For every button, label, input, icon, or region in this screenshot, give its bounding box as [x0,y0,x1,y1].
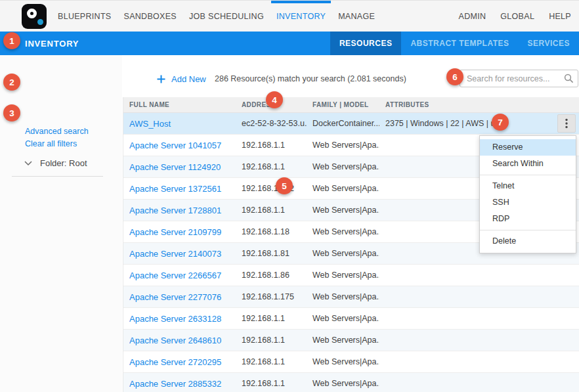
page-bar: INVENTORY RESOURCES ABSTRACT TEMPLATES S… [0,32,579,55]
row-context-menu: ReserveSearch WithinTelnetSSHRDPDelete [479,135,576,253]
result-count-text: 286 Resource(s) match your search (2.081… [215,74,406,83]
menu-item-telnet[interactable]: Telnet [480,178,576,194]
resource-address: ec2-52-8-32-53.u... [236,119,307,128]
column-header-family-model[interactable]: FAMILY | MODEL [307,97,379,112]
advanced-search-link[interactable]: Advanced search [25,127,89,136]
resource-address: 192.168.1.1 [236,379,307,388]
folder-root-toggle[interactable]: Folder: Root [24,158,87,168]
nav-item-admin[interactable]: ADMIN [459,1,486,32]
nav-item-sandboxes[interactable]: SANDBOXES [124,1,177,32]
resource-family-model: Web Servers|Apa... [307,184,379,193]
resource-name-link[interactable]: Apache Server 2648610 [123,336,236,345]
tab-services[interactable]: SERVICES [519,32,579,55]
clear-all-filters-link[interactable]: Clear all filters [25,139,77,148]
tab-resources[interactable]: RESOURCES [330,32,402,55]
resource-name-link[interactable]: Apache Server 2720295 [123,357,236,367]
table-row[interactable]: Apache Server 2720295 192.168.1.1 Web Se… [123,351,579,373]
resource-address: 192.168.1.81 [236,249,307,258]
page-title: INVENTORY [25,39,79,49]
callout-badge-3: 3 [3,104,20,121]
resource-name-link[interactable]: Apache Server 2277076 [123,292,236,302]
callout-badge-2: 2 [3,74,20,91]
filter-sidebar: Advanced search Clear all filters Folder… [0,55,122,392]
nav-item-manage[interactable]: MANAGE [338,1,375,32]
add-new-button[interactable]: Add New [157,71,206,87]
resource-address: 192.168.1.1 [236,336,307,345]
resource-family-model: Web Servers|Apa... [307,249,379,258]
menu-item-search-within[interactable]: Search Within [480,156,576,172]
resource-family-model: Web Servers|Apa... [307,162,379,171]
resource-name-link[interactable]: Apache Server 2140073 [123,249,236,259]
resource-family-model: Web Servers|Apa... [307,379,379,388]
menu-item-ssh[interactable]: SSH [480,194,576,211]
resource-name-link[interactable]: Apache Server 2885332 [123,379,236,389]
resource-family-model: Web Servers|Apa... [307,314,379,323]
row-menu-kebab-button-active[interactable] [557,114,576,133]
menu-divider [480,175,576,175]
resource-family-model: Web Servers|Apa... [307,292,379,301]
resource-family-model: Web Servers|Apa... [307,141,379,150]
table-row[interactable]: Apache Server 2266567 192.168.1.86 Web S… [123,265,579,286]
callout-badge-5: 5 [276,177,293,194]
nav-item-global[interactable]: GLOBAL [500,1,534,32]
column-header-status [492,97,579,112]
plus-icon [157,75,165,83]
sidebar-divider [12,176,103,177]
page-tabs: RESOURCES ABSTRACT TEMPLATES SERVICES [330,32,579,55]
column-header-attributes[interactable]: ATTRIBUTES [379,97,492,112]
resource-address: 192.168.1.1 [236,206,307,215]
chevron-down-icon [24,161,32,166]
search-box [460,70,578,87]
callout-badge-6: 6 [446,68,463,85]
resource-name-link[interactable]: Apache Server 1124920 [123,162,236,172]
nav-item-help[interactable]: HELP [549,1,571,32]
menu-item-reserve[interactable]: Reserve [480,139,576,156]
resource-family-model: Web Servers|Apa... [307,227,379,236]
resource-family-model: Web Servers|Apa... [307,271,379,280]
callout-badge-7: 7 [492,114,509,131]
resource-address: 192.168.1.1 [236,314,307,323]
app-logo[interactable] [22,4,47,29]
main-nav: BLUEPRINTS SANDBOXES JOB SCHEDULING INVE… [58,1,375,32]
resource-address: 192.168.1.86 [236,271,307,280]
column-header-full-name[interactable]: FULL NAME [123,97,236,112]
resource-name-link[interactable]: AWS_Host [123,119,236,129]
search-input[interactable] [460,70,578,87]
resource-family-model: DockerContainer... [307,119,379,128]
resource-address: 192.168.1.182 [236,184,307,193]
table-row[interactable]: Apache Server 2885332 192.168.1.1 Web Se… [123,373,579,392]
resource-name-link[interactable]: Apache Server 1372561 [123,184,236,194]
resource-address: 192.168.1.18 [236,227,307,236]
resource-family-model: Web Servers|Apa... [307,357,379,366]
nav-item-blueprints[interactable]: BLUEPRINTS [58,1,112,32]
menu-divider [480,230,576,230]
callout-badge-1: 1 [3,32,20,49]
resource-family-model: Web Servers|Apa... [307,206,379,215]
resource-family-model: Web Servers|Apa... [307,336,379,345]
add-new-label: Add New [171,74,206,84]
logo-ring-icon [27,9,37,18]
table-row[interactable]: AWS_Host ec2-52-8-32-53.u... DockerConta… [123,113,579,135]
resource-name-link[interactable]: Apache Server 2109799 [123,227,236,237]
tab-abstract-templates[interactable]: ABSTRACT TEMPLATES [401,32,518,55]
menu-item-delete[interactable]: Delete [480,233,576,250]
resource-name-link[interactable]: Apache Server 2633128 [123,314,236,324]
resource-name-link[interactable]: Apache Server 2266567 [123,271,236,280]
nav-item-job-scheduling[interactable]: JOB SCHEDULING [189,1,264,32]
table-row[interactable]: Apache Server 2277076 192.168.1.175 Web … [123,286,579,308]
table-row[interactable]: Apache Server 2648610 192.168.1.1 Web Se… [123,330,579,351]
logo-dot-icon [37,19,43,25]
resource-name-link[interactable]: Apache Server 1041057 [123,141,236,150]
resource-attributes: 2375 | Windows | 22 | AWS | u... [379,119,492,128]
resource-name-link[interactable]: Apache Server 1728801 [123,206,236,215]
user-nav: ADMIN GLOBAL HELP [459,1,571,32]
table-row[interactable]: Apache Server 2633128 192.168.1.1 Web Se… [123,308,579,330]
app-header: BLUEPRINTS SANDBOXES JOB SCHEDULING INVE… [0,0,579,32]
nav-item-inventory[interactable]: INVENTORY [276,1,326,32]
search-icon[interactable] [564,74,574,83]
resource-address: 192.168.1.1 [236,357,307,366]
table-header: FULL NAME ADDRESS FAMILY | MODEL ATTRIBU… [123,97,579,113]
folder-root-label: Folder: Root [40,158,87,168]
menu-item-rdp[interactable]: RDP [480,211,576,227]
resource-address: 192.168.1.1 [236,162,307,171]
